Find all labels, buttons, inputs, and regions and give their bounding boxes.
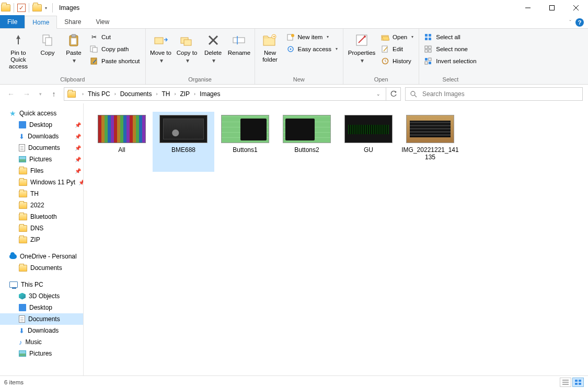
shortcut-icon xyxy=(90,57,98,65)
selectnone-icon xyxy=(424,45,433,53)
tree-quick-item[interactable]: Windows 11 Pyt📌 xyxy=(0,177,83,188)
breadcrumb-item[interactable]: Documents xyxy=(119,88,153,100)
file-item[interactable]: GU xyxy=(338,112,399,172)
tree-onedrive[interactable]: OneDrive - Personal xyxy=(0,251,83,262)
move-to-button[interactable]: Move to▾ xyxy=(149,30,173,75)
tree-quick-item[interactable]: DNS xyxy=(0,222,83,234)
newitem-icon xyxy=(286,33,295,41)
svg-rect-39 xyxy=(425,50,428,52)
tree-item-label: Downloads xyxy=(28,327,59,334)
svg-rect-42 xyxy=(429,58,431,61)
tree-pc-item[interactable]: Documents xyxy=(0,313,83,325)
breadcrumb-root-caret[interactable]: › xyxy=(79,91,87,97)
breadcrumb-item[interactable]: TH xyxy=(160,88,171,100)
file-item[interactable]: Buttons1 xyxy=(214,112,276,172)
properties-icon xyxy=(353,32,370,49)
svg-rect-9 xyxy=(72,34,76,37)
maximize-button[interactable] xyxy=(540,0,564,16)
easy-access-button[interactable]: Easy access▾ xyxy=(284,43,340,55)
navigation-pane[interactable]: ★Quick accessDesktop📌⬇Downloads📌Document… xyxy=(0,103,84,375)
tab-file[interactable]: File xyxy=(0,15,25,28)
properties-button[interactable]: Properties▾ xyxy=(347,30,377,75)
tree-item-label: Pictures xyxy=(29,350,52,357)
close-button[interactable] xyxy=(564,0,588,16)
history-button[interactable]: History xyxy=(379,55,416,67)
tree-quick-item[interactable]: Files📌 xyxy=(0,165,83,177)
file-list[interactable]: AllBME688Buttons1Buttons2GUIMG_20221221_… xyxy=(84,103,588,375)
search-input[interactable] xyxy=(421,90,582,98)
file-item[interactable]: BME688 xyxy=(153,112,214,172)
new-item-button[interactable]: New item▾ xyxy=(284,31,340,43)
svg-rect-34 xyxy=(429,34,431,37)
qat-customize-caret[interactable]: ▾ xyxy=(43,6,49,10)
thumbnails-view-button[interactable] xyxy=(572,378,584,387)
minimize-button[interactable] xyxy=(516,0,540,16)
group-clipboard: Pin to Quick access Copy Paste ▾ ✂Cut Co… xyxy=(0,29,146,84)
tree-item-label: Pictures xyxy=(29,156,52,163)
tree-quick-item[interactable]: Documents📌 xyxy=(0,142,83,154)
help-icon[interactable]: ? xyxy=(575,18,584,27)
paste-button[interactable]: Paste ▾ xyxy=(62,30,86,75)
tree-quick-item[interactable]: 2022 xyxy=(0,199,83,211)
file-item[interactable]: Buttons2 xyxy=(276,112,338,172)
tree-pc-item[interactable]: ♪Music xyxy=(0,336,83,348)
breadcrumb-item[interactable]: Images xyxy=(199,88,221,100)
copy-path-button[interactable]: Copy path xyxy=(88,43,142,55)
paste-shortcut-button[interactable]: Paste shortcut xyxy=(88,55,142,67)
file-name: Buttons1 xyxy=(233,146,257,154)
select-all-button[interactable]: Select all xyxy=(422,31,478,43)
address-history-caret[interactable]: ⌄ xyxy=(371,91,386,97)
tree-item-label: OneDrive - Personal xyxy=(20,253,77,260)
back-button[interactable]: ← xyxy=(5,88,17,100)
svg-point-29 xyxy=(364,36,366,38)
address-bar[interactable]: › This PC› Documents› TH› ZIP› Images ⌄ xyxy=(64,87,386,101)
tree-quick-item[interactable]: ZIP xyxy=(0,234,83,245)
open-button[interactable]: Open▾ xyxy=(379,31,416,43)
tree-quick-item[interactable]: ⬇Downloads📌 xyxy=(0,131,83,142)
tree-onedrive-item[interactable]: Documents xyxy=(0,262,83,274)
select-none-button[interactable]: Select none xyxy=(422,43,478,55)
rename-button[interactable]: Rename xyxy=(227,30,251,75)
details-view-button[interactable] xyxy=(560,378,571,387)
svg-rect-37 xyxy=(425,46,428,49)
cut-button[interactable]: ✂Cut xyxy=(88,31,142,43)
tab-home[interactable]: Home xyxy=(25,16,57,29)
refresh-button[interactable] xyxy=(386,87,401,101)
tree-quick-item[interactable]: Desktop📌 xyxy=(0,119,83,131)
app-icon[interactable] xyxy=(1,4,10,11)
invert-selection-button[interactable]: Invert selection xyxy=(422,55,478,67)
copy-icon xyxy=(39,32,56,49)
qat-properties-icon[interactable]: ✓ xyxy=(17,4,26,12)
breadcrumb-item[interactable]: ZIP xyxy=(179,88,191,100)
breadcrumb-item[interactable]: This PC xyxy=(87,88,111,100)
tree-quick-item[interactable]: Bluetooth xyxy=(0,211,83,222)
tree-quick-item[interactable]: TH xyxy=(0,188,83,199)
tree-pc-item[interactable]: 3D Objects xyxy=(0,290,83,302)
new-folder-button[interactable]: ✦ New folder xyxy=(258,30,282,75)
recent-locations-button[interactable]: ▾ xyxy=(37,88,44,100)
tree-quick-item[interactable]: Pictures📌 xyxy=(0,154,83,165)
delete-button[interactable]: Delete▾ xyxy=(201,30,225,75)
tab-share[interactable]: Share xyxy=(57,15,88,28)
tree-item-label: Files xyxy=(30,167,43,174)
tree-quick-access[interactable]: ★Quick access xyxy=(0,108,83,119)
file-item[interactable]: All xyxy=(91,112,153,172)
edit-icon xyxy=(381,45,389,53)
up-button[interactable]: ↑ xyxy=(48,88,60,100)
file-name: Buttons2 xyxy=(294,146,319,154)
tree-pc-item[interactable]: Pictures xyxy=(0,348,83,359)
tree-this-pc[interactable]: This PC xyxy=(0,279,83,290)
pin-quick-access-button[interactable]: Pin to Quick access xyxy=(3,30,33,75)
file-item[interactable]: IMG_20221221_141135 xyxy=(399,112,461,172)
tab-view[interactable]: View xyxy=(88,15,117,28)
copy-button[interactable]: Copy xyxy=(36,30,60,75)
edit-button[interactable]: Edit xyxy=(379,43,416,55)
pin-icon: 📌 xyxy=(75,168,81,174)
copy-to-button[interactable]: Copy to▾ xyxy=(175,30,199,75)
collapse-ribbon-icon[interactable]: ˇ xyxy=(569,19,571,26)
qat-newfolder-icon[interactable] xyxy=(32,4,42,11)
tree-pc-item[interactable]: Desktop xyxy=(0,302,83,313)
search-box[interactable] xyxy=(405,87,583,101)
tree-pc-item[interactable]: ⬇Downloads xyxy=(0,325,83,336)
forward-button[interactable]: → xyxy=(21,88,32,100)
